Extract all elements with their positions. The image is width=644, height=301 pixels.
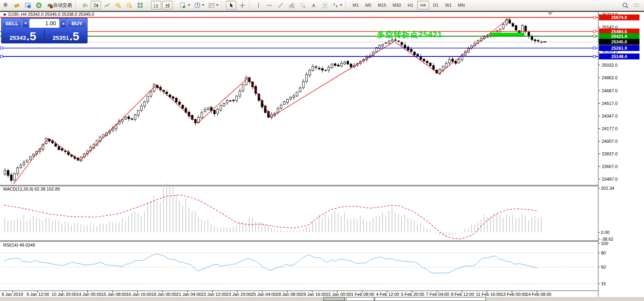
svg-text:T: T xyxy=(323,3,326,7)
timeframe-M30[interactable]: M30 xyxy=(390,1,403,9)
volume-input[interactable] xyxy=(30,20,59,27)
svg-text:16 Jan 16:00: 16 Jan 16:00 xyxy=(127,292,152,297)
volume-decrease-button[interactable] xyxy=(22,19,29,28)
toolbar-separator xyxy=(222,1,224,9)
buy-price-button[interactable]: 25351.5 xyxy=(45,28,87,43)
signals-icon xyxy=(35,2,42,9)
new-order-button[interactable]: 单 xyxy=(0,1,11,9)
chart-title: DJ30-,H4 25342.0 25345.0 25338.0 25345.0 xyxy=(3,12,94,17)
tile-windows-icon xyxy=(137,2,144,9)
eraser-button[interactable] xyxy=(11,1,22,9)
text-button[interactable]: A xyxy=(308,1,319,9)
zoom-in-button[interactable] xyxy=(113,1,123,9)
periods-button[interactable] xyxy=(192,1,206,9)
auto-scroll-button[interactable] xyxy=(151,1,161,9)
templates-icon xyxy=(208,2,215,9)
crosshair-button[interactable] xyxy=(237,1,247,9)
bottom-bar xyxy=(0,297,644,301)
chevron-down-icon xyxy=(188,4,190,6)
timeframe-M1[interactable]: M1 xyxy=(350,1,362,9)
chart-annotation: 多空转折点25421 xyxy=(377,29,442,40)
svg-text:202.34: 202.34 xyxy=(601,186,614,191)
svg-text:25148.4: 25148.4 xyxy=(611,54,627,59)
fibonacci-button[interactable]: F xyxy=(297,1,308,9)
svg-text:4 Feb 12:00: 4 Feb 12:00 xyxy=(376,292,399,297)
crosshair-icon xyxy=(239,2,246,9)
buy-price-main: 25351 xyxy=(52,34,69,42)
rsi-label: RSI(14) 49.0349 xyxy=(3,243,35,247)
sell-price-button[interactable]: 25343.5 xyxy=(2,28,44,43)
chat-button[interactable] xyxy=(631,1,641,9)
chart-canvas[interactable]: 25712.025542.025372.025202.025032.024862… xyxy=(0,0,644,301)
window-divider xyxy=(0,11,644,12)
line-chart-button[interactable] xyxy=(102,1,112,9)
horizontal-line-button[interactable] xyxy=(264,1,274,9)
trendline-button[interactable] xyxy=(275,1,286,9)
search-button[interactable] xyxy=(620,1,630,9)
toolbar: 单 自动交易 E F A T M1M5M15M30H1 xyxy=(0,0,644,11)
autotrading-icon xyxy=(47,2,53,9)
svg-text:25674.0: 25674.0 xyxy=(611,15,627,20)
sell-button[interactable]: SELL xyxy=(2,19,22,28)
svg-text:22 Jan 12:00: 22 Jan 12:00 xyxy=(201,292,226,297)
volume-increase-button[interactable] xyxy=(60,19,67,28)
indicators-icon xyxy=(180,2,187,9)
chart-shift-button[interactable] xyxy=(162,1,172,9)
window-tab[interactable] xyxy=(375,297,486,301)
svg-text:24177.0: 24177.0 xyxy=(602,126,618,131)
horizontal-line-icon xyxy=(266,2,273,9)
svg-text:24347.0: 24347.0 xyxy=(602,114,618,118)
chevron-down-icon xyxy=(202,4,204,6)
svg-text:80: 80 xyxy=(601,251,606,255)
new-order-label: 单 xyxy=(3,2,8,9)
svg-text:18 Jan 00:00: 18 Jan 00:00 xyxy=(151,292,177,297)
bar-chart-button[interactable] xyxy=(80,1,90,9)
svg-text:E: E xyxy=(292,6,294,8)
equidistant-channel-icon: E xyxy=(288,2,295,9)
tile-windows-button[interactable] xyxy=(135,1,145,9)
svg-text:24687.0: 24687.0 xyxy=(602,88,618,93)
svg-text:25484.5: 25484.5 xyxy=(611,29,627,34)
buy-button[interactable]: BUY xyxy=(67,19,87,28)
signals-button[interactable] xyxy=(34,1,44,9)
line-chart-icon xyxy=(104,2,110,9)
timeframe-bar: M1M5M15M30H1H4D1W1MN xyxy=(349,1,468,9)
terminal-button[interactable] xyxy=(22,1,33,9)
svg-text:25 Jan 04:00: 25 Jan 04:00 xyxy=(251,292,276,297)
timeframe-M5[interactable]: M5 xyxy=(362,1,374,9)
arrows-icon xyxy=(332,2,339,9)
svg-text:14 Jan 00:00: 14 Jan 00:00 xyxy=(77,292,102,297)
svg-text:8 Jan 2019: 8 Jan 2019 xyxy=(2,292,23,297)
zoom-out-button[interactable] xyxy=(124,1,134,9)
svg-text:7 Feb 04:00: 7 Feb 04:00 xyxy=(426,292,449,297)
zoom-in-icon xyxy=(115,2,121,9)
search-icon xyxy=(622,2,629,9)
chevron-down-icon xyxy=(216,4,218,6)
window-tab[interactable] xyxy=(323,297,345,301)
vertical-line-button[interactable] xyxy=(253,1,263,9)
fibonacci-icon: F xyxy=(299,2,306,9)
text-label-icon: T xyxy=(321,2,328,9)
collapse-panel-icon[interactable] xyxy=(3,13,6,15)
toolbar-separator xyxy=(249,1,252,9)
timeframe-W1[interactable]: W1 xyxy=(442,1,455,9)
autotrading-button[interactable]: 自动交易 xyxy=(45,1,74,9)
svg-text:11 Feb 16:00: 11 Feb 16:00 xyxy=(476,292,501,297)
text-label-button[interactable]: T xyxy=(319,1,330,9)
timeframe-MN[interactable]: MN xyxy=(455,1,467,9)
cursor-button[interactable] xyxy=(226,1,236,9)
timeframe-H4[interactable]: H4 xyxy=(417,1,429,9)
trendline-icon xyxy=(277,2,284,9)
window-tab[interactable] xyxy=(346,297,374,301)
timeframe-M15[interactable]: M15 xyxy=(375,1,389,9)
templates-button[interactable] xyxy=(207,1,220,9)
svg-text:24862.0: 24862.0 xyxy=(602,75,618,80)
arrows-button[interactable] xyxy=(330,1,344,9)
candlestick-chart-button[interactable] xyxy=(91,1,101,9)
equidistant-channel-button[interactable]: E xyxy=(286,1,297,9)
timeframe-D1[interactable]: D1 xyxy=(430,1,442,9)
timeframe-H1[interactable]: H1 xyxy=(405,1,416,9)
zoom-out-icon xyxy=(126,2,133,9)
indicators-button[interactable] xyxy=(178,1,192,9)
sell-price-fraction: .5 xyxy=(26,31,36,42)
